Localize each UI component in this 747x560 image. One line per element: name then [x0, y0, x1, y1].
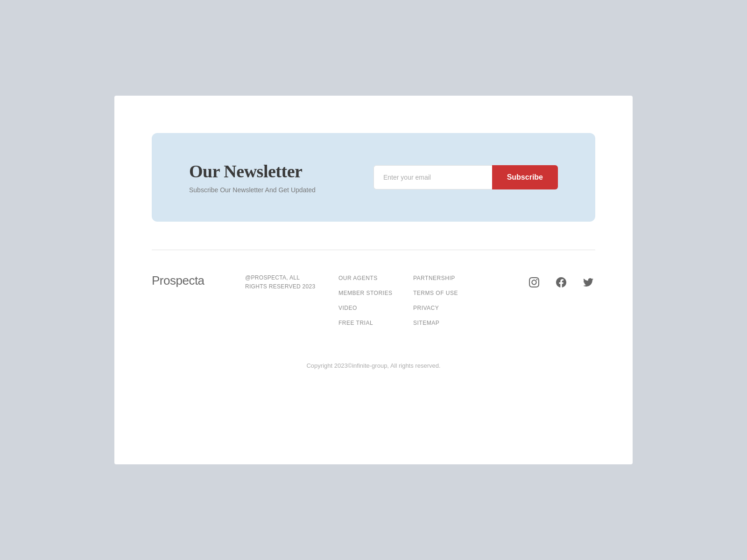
list-item: SITEMAP [413, 318, 488, 327]
page-container: Our Newsletter Subscribe Our Newsletter … [114, 96, 633, 464]
nav-link-our-agents[interactable]: OUR AGENTS [338, 275, 378, 281]
email-input[interactable] [374, 165, 492, 189]
divider [152, 250, 595, 250]
footer-logo: Prospecta [152, 273, 245, 288]
footer-nav-col-1: OUR AGENTS MEMBER STORIES VIDEO FREE TRI… [338, 273, 413, 333]
subscribe-button[interactable]: Subscribe [492, 165, 558, 189]
nav-link-privacy[interactable]: PRIVACY [413, 305, 439, 311]
copyright-line2: RIGHTS RESERVED 2023 [245, 282, 338, 291]
list-item: FREE TRIAL [338, 318, 413, 327]
list-item: PRIVACY [413, 303, 488, 312]
list-item: VIDEO [338, 303, 413, 312]
newsletter-title: Our Newsletter [189, 161, 374, 182]
logo-text: Prospecta [152, 273, 204, 287]
nav-link-partnership[interactable]: PARTNERSHIP [413, 275, 455, 281]
footer-bottom: Copyright 2023©infinite-group, All right… [114, 361, 633, 370]
facebook-icon[interactable] [554, 275, 568, 289]
footer-bottom-text: Copyright 2023©infinite-group, All right… [306, 362, 440, 369]
newsletter-form: Subscribe [374, 165, 558, 189]
newsletter-section: Our Newsletter Subscribe Our Newsletter … [152, 133, 595, 222]
nav-link-sitemap[interactable]: SITEMAP [413, 320, 439, 326]
list-item: PARTNERSHIP [413, 273, 488, 282]
list-item: OUR AGENTS [338, 273, 413, 282]
copyright-line1: @PROSPECTA, ALL [245, 273, 338, 282]
nav-link-member-stories[interactable]: MEMBER STORIES [338, 290, 392, 296]
newsletter-subtitle: Subscribe Our Newsletter And Get Updated [189, 186, 374, 194]
nav-link-terms-of-use[interactable]: TERMS OF USE [413, 290, 458, 296]
list-item: TERMS OF USE [413, 288, 488, 297]
nav-link-video[interactable]: VIDEO [338, 305, 357, 311]
footer-social [488, 273, 595, 289]
nav-link-free-trial[interactable]: FREE TRIAL [338, 320, 373, 326]
list-item: MEMBER STORIES [338, 288, 413, 297]
footer-nav-col-2: PARTNERSHIP TERMS OF USE PRIVACY SITEMAP [413, 273, 488, 333]
footer-copyright: @PROSPECTA, ALL RIGHTS RESERVED 2023 [245, 273, 338, 291]
footer-section: Prospecta @PROSPECTA, ALL RIGHTS RESERVE… [114, 273, 633, 333]
newsletter-text: Our Newsletter Subscribe Our Newsletter … [189, 161, 374, 194]
instagram-icon[interactable] [527, 275, 541, 289]
twitter-icon[interactable] [581, 275, 595, 289]
